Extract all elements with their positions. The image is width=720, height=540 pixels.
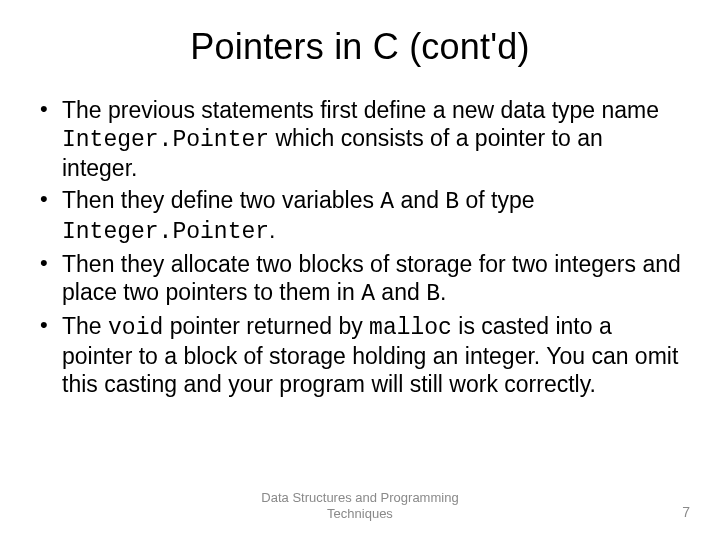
footer-line-1: Data Structures and Programming — [261, 490, 458, 505]
code-run: B — [426, 281, 440, 307]
code-run: void — [108, 315, 163, 341]
list-item: Then they define two variables A and B o… — [38, 186, 682, 246]
slide: Pointers in C (cont'd) The previous stat… — [0, 0, 720, 540]
text-run: The previous statements first define a n… — [62, 97, 659, 123]
list-item: The void pointer returned by malloc is c… — [38, 312, 682, 398]
text-run: . — [269, 217, 275, 243]
text-run: The — [62, 313, 108, 339]
text-run: Then they define two variables — [62, 187, 380, 213]
footer-line-2: Techniques — [327, 506, 393, 521]
code-run: malloc — [369, 315, 452, 341]
slide-footer: Data Structures and Programming Techniqu… — [0, 490, 720, 524]
code-run: Integer.Pointer — [62, 127, 269, 153]
text-run: of type — [459, 187, 534, 213]
code-run: A — [361, 281, 375, 307]
text-run: . — [440, 279, 446, 305]
code-run: A — [380, 189, 394, 215]
text-run: and — [394, 187, 445, 213]
list-item: Then they allocate two blocks of storage… — [38, 250, 682, 308]
code-run: B — [445, 189, 459, 215]
text-run: pointer returned by — [163, 313, 369, 339]
footer-center-text: Data Structures and Programming Techniqu… — [261, 490, 458, 523]
text-run: and — [375, 279, 426, 305]
bullet-list: The previous statements first define a n… — [38, 96, 682, 398]
list-item: The previous statements first define a n… — [38, 96, 682, 182]
page-number: 7 — [682, 504, 690, 520]
code-run: Integer.Pointer — [62, 219, 269, 245]
page-title: Pointers in C (cont'd) — [38, 26, 682, 68]
